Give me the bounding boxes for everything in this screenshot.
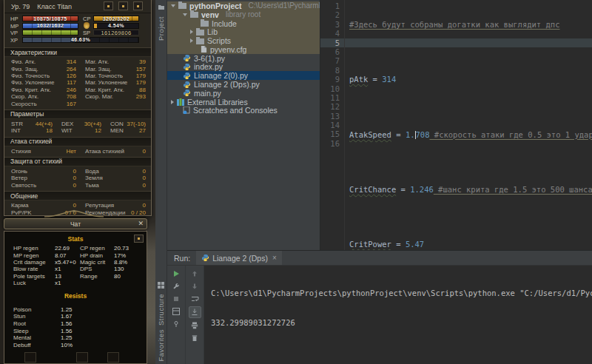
tool-button-project[interactable]: Project [157,16,165,41]
vp-bar [22,30,78,36]
code-area[interactable]: #Здесь будут собраны догатки как выгляди… [345,0,592,250]
project-tree: pythonProject C:\Users\d1\PycharmProject… [167,0,320,250]
python-file-icon [183,54,191,62]
resists-header: Resists [4,292,147,300]
settings-wrench-icon[interactable] [171,281,182,291]
section-header-social: Общение [4,191,151,200]
stat-row: Физ. Крит. Атк.246Маг. Крит. Атк.88 [4,87,151,93]
run-panel: Run: Lianage 2 (Dps) × [167,250,592,364]
stat-row: СтихияНетАтака стихией0 [4,148,151,155]
panel-button-3[interactable] [133,1,143,10]
tree-item-venv[interactable]: venv library root [167,10,320,19]
tree-item-index-py[interactable]: index.py [167,63,320,72]
vitals-bars: HP 10875/10875 CP 3202/3202 MP 1632/1632… [4,16,151,45]
stat-row: Скор. Атк.708Скор. Маг.293 [4,93,151,100]
up-stack-icon[interactable] [189,269,201,279]
tree-item-scripts[interactable]: Scripts [167,36,320,45]
run-header: Run: Lianage 2 (Dps) × [167,251,592,266]
chat-title-bar[interactable]: Чат ✕ [4,218,147,229]
chevron-right-icon[interactable] [190,30,193,34]
chat-tool-icon[interactable] [76,352,88,363]
chat-stat-row: Crit damagex5.47+0Magic crit8.8% [4,259,147,266]
python-file-icon [183,81,191,89]
section-header-characteristics: Характеристики [4,47,151,57]
chat-body: Stats HP regen22.69CP regen20.73 MP rege… [4,231,147,364]
pin-icon[interactable] [171,319,182,329]
ide-main: pythonProject C:\Users\d1\PycharmProject… [167,0,592,364]
chat-tool-icon[interactable] [107,352,119,363]
tree-item-pythonproject[interactable]: pythonProject C:\Users\d1\PycharmProject… [167,1,320,10]
cp-bar: 3202/3202 [93,16,139,21]
panel-button-2[interactable] [118,1,128,10]
resist-row: Mental1.25 [4,334,147,342]
run-tab[interactable]: Lianage 2 (Dps) × [196,251,282,265]
close-icon[interactable]: ✕ [138,220,144,228]
chat-expand-button[interactable] [134,235,144,243]
stat-row: Святость0Тьма0 [4,182,151,189]
tree-item-scratches[interactable]: Scratches and Consoles [167,107,320,115]
folder-icon [196,30,204,36]
chevron-down-icon[interactable] [171,4,175,7]
code-line-1: #Здесь будут собраны догатки как выгляди… [349,20,592,29]
tree-item-lianage-2-0-py[interactable]: Lianage 2(0).py [167,71,320,80]
ide-window: Project Structure Favorites pythonProjec… [155,0,592,364]
character-status-window[interactable]: Ур. 79 Класс Titan HP 10875/10875 CP 320… [4,0,152,216]
code-line-9: CritPower = 5.47 [349,240,592,249]
chevron-down-icon[interactable] [183,13,187,16]
stat-row: Ветер0Земля0 [4,175,151,181]
tree-item-3-6-1-py[interactable]: 3-6(1).py [167,54,320,63]
resist-row: Sleep1.56 [4,327,147,334]
section-header-element-attack: Атака стихией [4,137,151,146]
scroll-to-end-icon[interactable] [189,306,201,318]
run-console[interactable]: C:\Users\d1\PycharmProjects\pythonProjec… [204,266,592,364]
tree-item-main-py[interactable]: main.py [167,89,320,98]
chat-stat-row: MP regen8.07HP drain17% [4,252,147,258]
frame-ornament [41,209,107,218]
level-label: Ур. 79 [11,3,30,10]
panel-button-1[interactable] [104,1,113,10]
editor-gutter: 1 2 3 4 5 6 7 8 9 10 11 12 13 14 [320,0,345,250]
chat-stat-row: HP regen22.69CP regen20.73 [4,245,147,252]
restore-layout-icon[interactable] [171,306,182,317]
chevron-right-icon[interactable] [171,100,174,104]
tree-item-pyvenv-cfg[interactable]: pyvenv.cfg [167,45,320,54]
python-file-icon [183,89,191,97]
tool-button-structure[interactable]: Structure [157,294,165,326]
status-window-buttons [104,1,143,10]
code-editor[interactable]: 1 2 3 4 5 6 7 8 9 10 11 12 13 14 [320,0,592,250]
clear-trash-icon[interactable] [189,333,201,343]
down-stack-icon[interactable] [189,281,201,291]
folder-icon [190,12,198,18]
stop-icon[interactable] [171,294,182,304]
chat-stat-row: Pole targets13Range80 [4,273,147,280]
rerun-icon[interactable] [171,269,182,279]
stat-row: STR44(+4)DEX30(+4)CON37(-10) [4,121,151,127]
tree-item-include[interactable]: Include [167,19,320,28]
tree-item-lib[interactable]: Lib [167,27,320,36]
code-line-3: pAtk = 314 [349,75,592,84]
chat-tool-icon[interactable] [24,352,36,363]
print-icon[interactable] [189,320,201,331]
tree-item-external-libraries[interactable]: External Libraries [167,98,320,107]
tool-button-favorites[interactable]: Favorites [157,329,165,362]
mp-label: MP [10,23,18,30]
folder-icon [201,21,209,27]
editor-split: pythonProject C:\Users\d1\PycharmProject… [167,0,592,250]
resist-row: Debuff10% [4,342,147,349]
grid-icon[interactable] [155,280,166,290]
python-file-icon [183,72,191,80]
xp-bar: 46.63% [22,37,139,43]
tree-item-lianage-2-dps-py[interactable]: Lianage 2 (Dps).py [167,80,320,89]
soft-wrap-icon[interactable] [189,294,201,304]
chat-window[interactable]: Чат ✕ Stats HP regen22.69CP regen20.73 M… [4,218,147,364]
hp-bar: 10875/10875 [22,16,78,21]
code-line-5: AtakSpeed = 1.708 #скорость атаки где 0.… [349,130,592,139]
chevron-right-icon[interactable] [190,38,193,43]
stat-row: Карма0Репутация0 [4,202,151,209]
stat-row: Физ. Защ.264Маг. Защ.157 [4,65,151,72]
close-tab-icon[interactable]: × [272,254,277,262]
chat-toolbar [4,353,147,363]
project-folder-icon [155,2,166,13]
code-line-7: CritChance = 1.246 #шанс крита где 1.5 э… [349,185,592,194]
libraries-icon [177,98,184,106]
